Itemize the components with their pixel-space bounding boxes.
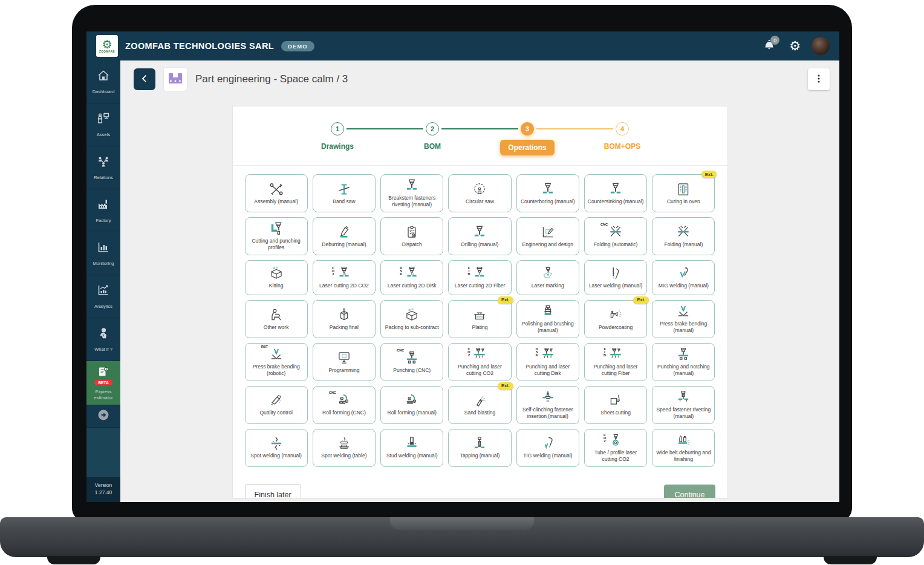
operation-tile-plating[interactable]: Ext.Plating: [448, 300, 511, 338]
operation-tile-press-brake-bending-manual[interactable]: Press brake bending (manual): [652, 300, 715, 338]
operation-label: Packing to sub-contract: [385, 324, 439, 331]
operation-tile-quality-control[interactable]: Quality control: [245, 386, 308, 424]
stepper-step-bom[interactable]: 2BOM: [385, 122, 480, 155]
operation-tile-folding-automatic[interactable]: CNCFolding (automatic): [584, 217, 647, 255]
step-number: 3: [521, 122, 534, 136]
operation-label: Sheet cutting: [600, 410, 631, 416]
operation-tile-mig-welding-manual[interactable]: MIG welding (manual): [652, 260, 715, 295]
operation-tile-enginering-and-design[interactable]: Enginering and design: [516, 217, 579, 255]
sidebar-item-express-estimator[interactable]: BETAExpress estimator: [86, 361, 120, 405]
operation-tile-circular-saw[interactable]: Circular saw: [448, 174, 511, 212]
operation-tile-packing-to-sub-contract[interactable]: Packing to sub-contract: [380, 300, 443, 338]
stepper-line: [441, 128, 480, 129]
punch-laser-icon: DSK: [540, 347, 556, 362]
operation-tile-press-brake-bending-robotic[interactable]: RBTPress brake bending (robotic): [245, 343, 308, 381]
operation-tile-assembly-manual[interactable]: Assembly (manual): [245, 174, 308, 212]
operation-tile-punching-and-notching-manual[interactable]: Punching and notching (manual): [652, 343, 715, 381]
sidebar-item-what-if[interactable]: What if ?: [86, 318, 120, 361]
tapping-icon: [472, 436, 487, 451]
design-icon: [540, 224, 556, 240]
operation-tile-dispatch[interactable]: Dispatch: [380, 217, 443, 255]
operation-tile-laser-cutting-2d-co2[interactable]: CO2Laser cutting 2D CO2: [313, 260, 376, 295]
sheet-cut-icon: [608, 393, 623, 408]
operation-tile-speed-fastener-rivetting-manual[interactable]: Speed fastener rivetting (manual): [652, 386, 715, 424]
operation-tile-curing-in-oven[interactable]: Ext.Curing in oven: [652, 174, 715, 212]
operation-tile-powdercoating[interactable]: Ext.Powdercoating: [584, 300, 647, 338]
operation-label: TIG welding (manual): [523, 452, 572, 459]
polishing-icon: [540, 304, 556, 319]
operation-tile-breakstem-fasteners-rivetting-manual[interactable]: Breakstem fasteners rivetting (manual): [380, 174, 443, 212]
operation-label: Enginering and design: [522, 241, 573, 248]
operation-tile-laser-cutting-2d-fiber[interactable]: FIBLaser cutting 2D Fiber: [448, 260, 511, 295]
operation-tile-spot-welding-manual[interactable]: Spot welding (manual): [245, 429, 308, 467]
more-options-button[interactable]: [808, 68, 830, 90]
user-avatar[interactable]: [812, 37, 830, 55]
operation-label: Folding (automatic): [594, 241, 638, 248]
logo-gear-icon: ⚙: [102, 39, 112, 50]
stepper-step-bom-ops[interactable]: 4BOM+OPS: [575, 122, 670, 155]
operation-tile-laser-marking[interactable]: Laser marking: [516, 260, 579, 295]
operation-tile-band-saw[interactable]: Band saw: [313, 174, 376, 212]
tile-tag-label: CNC: [600, 223, 608, 226]
operation-tile-roll-forming-cnc[interactable]: CNCRoll forming (CNC): [313, 386, 376, 424]
stepper-step-drawings[interactable]: 1Drawings: [290, 122, 385, 155]
operation-tile-other-work[interactable]: Other work: [245, 300, 308, 338]
operation-tile-polishing-and-brushing-manual[interactable]: Polishing and brushing (manual): [516, 300, 579, 338]
stepper-step-operations[interactable]: 3Operations: [480, 122, 575, 155]
operation-tile-laser-welding-manual[interactable]: Laser welding (manual): [584, 260, 647, 295]
operation-tile-self-clinching-fastener-insertion-manual[interactable]: Self-clinching fastener insertion (manua…: [516, 386, 579, 424]
operation-tile-counterboring-manual[interactable]: Counterboring (manual): [516, 174, 579, 212]
stepper-line: [480, 128, 519, 129]
tube-laser-icon: CO2: [608, 433, 623, 448]
operation-tile-punching-and-laser-cutting-co2[interactable]: CO2Punching and laser cutting CO2: [448, 343, 511, 381]
operation-label: Curing in oven: [667, 198, 700, 205]
operation-tile-punching-and-laser-cutting-fiber[interactable]: FIBPunching and laser cutting Fiber: [584, 343, 647, 381]
operation-tile-punching-cnc[interactable]: CNCPunching (CNC): [380, 343, 443, 381]
operation-label: Laser cutting 2D Fiber: [455, 282, 506, 289]
operation-tile-deburring-manual[interactable]: Deburring (manual): [313, 217, 376, 255]
operation-label: Punching and laser cutting Fiber: [587, 364, 645, 377]
tile-tag-label: DSK: [535, 347, 539, 356]
operation-tile-sand-blasting[interactable]: Ext.Sand blasting: [448, 386, 511, 424]
operation-tile-sheet-cutting[interactable]: Sheet cutting: [584, 386, 647, 424]
operation-tile-stud-welding-manual[interactable]: Stud welding (manual): [380, 429, 443, 467]
operation-tile-tig-welding-manual[interactable]: TIG welding (manual): [516, 429, 579, 467]
rollers-icon: CNC: [336, 393, 352, 408]
sidebar-item-expand[interactable]: [86, 405, 120, 428]
sidebar-item-factory[interactable]: Factory: [86, 189, 120, 232]
sidebar-item-assets[interactable]: Assets: [86, 103, 120, 146]
sidebar-item-dashboard[interactable]: Dashboard: [86, 60, 120, 103]
operation-tile-wide-belt-deburring-and-finishing[interactable]: Wide belt deburring and finishing: [652, 429, 715, 467]
part-thumbnail: [164, 68, 187, 91]
operation-tile-packing-final[interactable]: Packing final: [313, 300, 376, 338]
sidebar-item-label: Analytics: [93, 304, 114, 310]
operation-label: Folding (manual): [664, 241, 703, 248]
back-button[interactable]: [134, 68, 155, 90]
oven-icon: [675, 181, 691, 197]
operation-tile-kitting[interactable]: Kitting: [245, 260, 308, 295]
operation-tile-cutting-and-punching-profiles[interactable]: Cutting and punching profiles: [245, 217, 308, 255]
card-footer: Finish later Continue: [233, 475, 727, 498]
external-badge: Ext.: [633, 296, 649, 304]
sidebar: DashboardAssetsRelationsFactoryMonitorin…: [86, 60, 120, 502]
company-logo[interactable]: ⚙ ZOOMFAB: [96, 35, 118, 57]
operation-tile-drilling-manual[interactable]: Drilling (manual): [448, 217, 511, 255]
continue-button[interactable]: Continue: [664, 485, 715, 498]
operation-tile-punching-and-laser-cutting-disk[interactable]: DSKPunching and laser cutting Disk: [516, 343, 579, 381]
sidebar-item-analytics[interactable]: Analytics: [86, 275, 120, 318]
sidebar-item-monitoring[interactable]: Monitoring: [86, 232, 120, 275]
operation-tile-folding-manual[interactable]: Folding (manual): [652, 217, 715, 255]
operation-tile-tube-profile-laser-cutting-co2[interactable]: CO2Tube / profile laser cutting CO2: [584, 429, 647, 467]
operation-tile-laser-cutting-2d-disk[interactable]: DSKLaser cutting 2D Disk: [380, 260, 443, 295]
sidebar-item-relations[interactable]: Relations: [86, 146, 120, 189]
finish-later-button[interactable]: Finish later: [245, 484, 301, 498]
operation-tile-countersinking-manual[interactable]: Countersinking (manual): [584, 174, 647, 212]
demo-badge: DEMO: [281, 41, 314, 51]
settings-gear-icon[interactable]: ⚙: [789, 39, 801, 53]
operation-tile-spot-welding-table[interactable]: Spot welding (table): [313, 429, 376, 467]
operation-tile-programming[interactable]: Programming: [313, 343, 376, 381]
operation-tile-tapping-manual[interactable]: Tapping (manual): [448, 429, 511, 467]
operation-tile-roll-forming-manual[interactable]: Roll forming (manual): [380, 386, 443, 424]
notifications-button[interactable]: 0: [761, 38, 778, 54]
topbar: ⚙ ZOOMFAB ZOOMFAB TECHNOLOGIES SARL DEMO…: [86, 31, 839, 60]
